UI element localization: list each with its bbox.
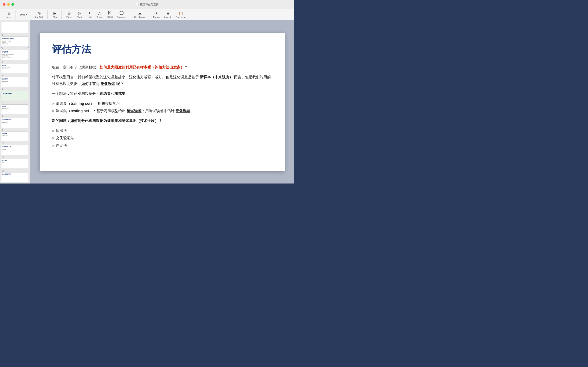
media-button[interactable]: 🖼 Media	[105, 10, 115, 19]
para3-end: 。	[125, 92, 129, 96]
collaborate-button[interactable]: ☁ Collaborate	[132, 10, 147, 19]
animate-icon: ◈	[167, 11, 169, 16]
bullet1-before: 训练集（	[56, 101, 71, 106]
para3-test: 测试集	[114, 92, 125, 96]
slide-num-4: 4	[1, 61, 29, 63]
method-bootstrap: 自助法	[52, 142, 272, 149]
slide-canvas: 评估方法 现在，我们有了已观测数据，如何最大限度的利用已有样本呢（评估方法出发点…	[40, 33, 285, 171]
slide-thumb-4[interactable]: 4 留出法 数据划分方法说明	[1, 61, 29, 73]
para3-mid: 和	[111, 92, 114, 96]
para2-end: 呢？	[116, 82, 124, 86]
paragraph-4: 新的问题：如何划分已观测数据为训练集和测试集呢（技术手段）？	[52, 117, 272, 124]
view-label: View	[7, 16, 11, 18]
method-crossval: 交叉验证法	[52, 135, 272, 141]
table-icon: ⊞	[68, 11, 71, 16]
format-icon: ✦	[155, 11, 158, 16]
chart-label: Chart	[77, 16, 82, 18]
paragraph-2: 对于模型而言，我们希望模型的泛化误差越小（泛化能力越强）越好。但是泛化误差是基于…	[52, 74, 272, 87]
bullet-testing: 测试集（testing set）：基于习得模型给出 测试误差；用测试误差来估计 …	[52, 108, 272, 114]
toolbar-group-zoom: 66% ▾	[17, 12, 30, 17]
format-button[interactable]: ✦ Format	[151, 10, 162, 19]
thumb1-title: 模型评估与选择	[9, 28, 21, 31]
method-holdout: 留出法	[52, 127, 272, 134]
slide-thumb-8[interactable]: 8 调参与最终模型 参数配置说明	[1, 115, 29, 128]
slide-num-12: 12	[1, 170, 29, 172]
slide-thumb-6[interactable]: 6 交叉验证表格	[1, 88, 29, 100]
slide-thumb-7[interactable]: 7 自助法 Bootstrap采样	[1, 102, 29, 114]
method-crossval-text: 交叉验证法	[56, 136, 74, 140]
animate-button[interactable]: ◈ Animate	[162, 10, 174, 19]
toolbar-group-add: ⊕ Add Slide	[31, 10, 48, 19]
slide-num-7: 7	[1, 102, 29, 104]
text-button[interactable]: T Text	[85, 10, 94, 19]
add-slide-label: Add Slide	[35, 16, 44, 18]
toolbar: ⊞ View 66% ▾ ⊕ Add Slide ▶ Play ⊞ Table …	[0, 9, 294, 20]
slide-num-5: 5	[1, 75, 29, 77]
play-label: Play	[53, 16, 57, 18]
para1-before: 现在，我们有了已观测数据，	[52, 65, 100, 69]
collaborate-label: Collaborate	[134, 16, 146, 18]
comment-button[interactable]: 💬 Comment	[115, 10, 128, 19]
methods-list: 训练集（training set）：用来模型学习 测试集（testing set…	[52, 100, 272, 114]
table-label: Table	[66, 16, 72, 18]
paragraph-1: 现在，我们有了已观测数据，如何最大限度的利用已有样本呢（评估方法出发点）？	[52, 64, 272, 71]
animate-label: Animate	[164, 16, 172, 18]
bullet2-after: ）：基于习得模型给出	[89, 109, 126, 113]
document-button[interactable]: 📋 Document	[174, 10, 188, 19]
slide-thumb-3[interactable]: 3 评估方法 如何最大限度利用已有样本 训练集 测试集 留出法 交叉验证法	[1, 47, 29, 60]
bullet-training: 训练集（training set）：用来模型学习	[52, 100, 272, 107]
para3-train: 训练集	[100, 92, 111, 96]
para2-bold: 新样本（未来观测）	[200, 75, 233, 79]
slide-thumb-9[interactable]: 9 性能度量 误差率 精度	[1, 129, 29, 141]
comment-label: Comment	[117, 16, 127, 18]
slide-thumb-1[interactable]: 模型评估与选择	[1, 22, 29, 33]
slide-title: 评估方法	[52, 43, 272, 56]
view-button[interactable]: ⊞ View	[4, 10, 14, 19]
shape-label: Shape	[96, 16, 103, 18]
slide-thumb-10[interactable]: 10 查准率与查全率 混淆矩阵	[1, 142, 29, 155]
canvas-area: 评估方法 现在，我们有了已观测数据，如何最大限度的利用已有样本呢（评估方法出发点…	[30, 20, 294, 184]
method-bootstrap-text: 自助法	[56, 143, 67, 148]
traffic-lights	[0, 3, 14, 6]
para4-before: 新的问题：	[52, 119, 70, 123]
add-slide-button[interactable]: ⊕ Add Slide	[33, 10, 46, 19]
text-label: Text	[87, 16, 91, 18]
para1-highlight: 如何最大限度的利用已有样本呢（评估方法出发点）	[100, 65, 184, 69]
bullet1-bold: training set	[71, 101, 90, 106]
table-button[interactable]: ⊞ Table	[64, 10, 74, 19]
paragraph-3: 一个想法：将已观测数据分为训练集和测试集。	[52, 90, 272, 97]
bullet2-underline: 测试误差	[127, 109, 141, 113]
main-layout: 模型评估与选择 2 经验误差与过拟合 训练误差/学习误差 泛化误差 过拟合 欠拟…	[0, 20, 294, 184]
comment-icon: 💬	[120, 11, 124, 16]
chart-icon: ◎	[78, 11, 81, 16]
slide-thumb-5[interactable]: 5 交叉验证法 k折交叉验证	[1, 75, 29, 87]
close-button[interactable]	[3, 3, 6, 6]
para2-text: 对于模型而言，我们希望模型的泛化误差越小（泛化能力越强）越好。但是泛化误差是基于	[52, 75, 199, 79]
zoom-control[interactable]: 66% ▾	[18, 12, 29, 17]
titlebar: 📄 模型评估与选择	[0, 0, 294, 9]
toolbar-group-view: ⊞ View	[2, 10, 16, 19]
maximize-button[interactable]	[11, 3, 14, 6]
minimize-button[interactable]	[7, 3, 10, 6]
format-label: Format	[153, 16, 160, 18]
chart-button[interactable]: ◎ Chart	[74, 10, 84, 19]
para1-after: ？	[184, 65, 188, 69]
method-holdout-text: 留出法	[56, 129, 67, 133]
para3-before: 一个想法：将已观测数据分为	[52, 92, 100, 96]
collaborate-icon: ☁	[138, 11, 142, 16]
chevron-down-icon: ▾	[26, 13, 27, 16]
zoom-value: 66%	[20, 13, 25, 16]
slide-num-10: 10	[1, 142, 29, 145]
toolbar-group-play: ▶ Play	[48, 10, 62, 19]
bullet1-after: ）：用来模型学习	[90, 101, 120, 106]
bullet2-before: 测试集（	[56, 109, 71, 113]
text-icon: T	[88, 11, 91, 15]
slide-body: 现在，我们有了已观测数据，如何最大限度的利用已有样本呢（评估方法出发点）？ 对于…	[52, 64, 272, 149]
slide-thumb-11[interactable]: 11 ROC曲线 AUC	[1, 156, 29, 168]
slide-num-3: 3	[1, 47, 29, 50]
play-button[interactable]: ▶ Play	[50, 10, 60, 19]
bullet2-mid: ；用测试误差来估计	[141, 109, 174, 113]
slide-thumb-12[interactable]: 12 代价敏感错误率	[1, 170, 29, 182]
shape-button[interactable]: △ Shape	[95, 10, 104, 19]
slide-thumb-2[interactable]: 2 经验误差与过拟合 训练误差/学习误差 泛化误差 过拟合 欠拟合	[1, 34, 29, 46]
